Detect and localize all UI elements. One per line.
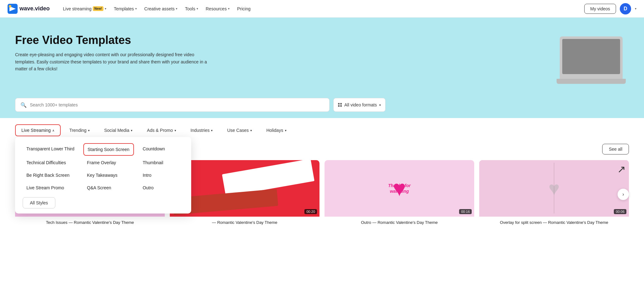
tab-trending-label: Trending: [69, 128, 86, 133]
tab-social-media-label: Social Media: [104, 128, 129, 133]
tab-holidays-label: Holidays: [266, 128, 283, 133]
hero-image: [547, 30, 629, 93]
next-button[interactable]: ›: [618, 189, 629, 200]
tab-trending-chevron-icon: ▾: [88, 129, 90, 132]
laptop-screen: [562, 39, 620, 74]
tab-ads-promo-label: Ads & Promo: [147, 128, 173, 133]
card-red-theme[interactable]: 00:20 — Romantic Valentine's Day Theme: [170, 160, 319, 229]
nav-chevron-livestreaming: ▾: [105, 7, 106, 10]
card-overlay[interactable]: ♥ ↗ 00:06 Overlay for split screen — Rom…: [479, 160, 629, 229]
nav-chevron-templates: ▾: [135, 7, 137, 10]
filter-row: Live Streaming ∧ Transparent Lower Third…: [0, 118, 644, 136]
dropdown-item-qa-screen[interactable]: Q&A Screen: [83, 182, 134, 193]
dropdown-item-key-takeaways[interactable]: Key Takeaways: [83, 170, 134, 181]
nav-label-resources: Resources: [206, 6, 227, 11]
tab-use-cases-chevron-icon: ▾: [250, 129, 252, 132]
card-red-theme-thumbnail: 00:20: [170, 160, 319, 217]
nav-chevron-tools: ▾: [197, 7, 198, 10]
nav-item-tools[interactable]: Tools ▾: [182, 4, 201, 13]
avatar-chevron-icon[interactable]: ▾: [635, 7, 636, 10]
nav-item-livestreaming[interactable]: Live streaming New! ▾: [60, 4, 109, 13]
tab-industries-chevron-icon: ▾: [211, 129, 213, 132]
my-videos-button[interactable]: My videos: [584, 4, 616, 14]
card-red-title: — Romantic Valentine's Day Theme: [170, 217, 319, 229]
svg-point-2: [9, 5, 11, 8]
tab-trending[interactable]: Trending ▾: [63, 125, 96, 136]
nav-label-creative-assets: Creative assets: [144, 6, 175, 11]
grid-icon: [338, 103, 342, 107]
tab-holidays-chevron-icon: ▾: [285, 129, 286, 132]
laptop-illustration: [560, 36, 623, 80]
nav-right: My videos D ▾: [584, 3, 636, 14]
dropdown-item-transparent-lower-third[interactable]: Transparent Lower Third: [23, 143, 78, 156]
avatar[interactable]: D: [620, 3, 631, 14]
card-outro-duration: 00:16: [459, 209, 472, 214]
dropdown-item-live-stream-promo[interactable]: Live Stream Promo: [23, 182, 78, 193]
hero-description: Create eye-pleasing and engaging video c…: [15, 51, 210, 72]
nav-label-tools: Tools: [185, 6, 195, 11]
card-tech-issues-title: Tech Issues — Romantic Valentine's Day T…: [15, 217, 165, 229]
all-styles-button[interactable]: All Styles: [23, 197, 55, 208]
dropdown-item-countdown[interactable]: Countdown: [139, 143, 184, 156]
live-streaming-tab-container: Live Streaming ∧ Transparent Lower Third…: [15, 124, 61, 136]
tab-social-media[interactable]: Social Media ▾: [98, 125, 138, 136]
tab-live-streaming-chevron-icon: ∧: [52, 129, 54, 132]
see-all-button[interactable]: See all: [602, 144, 629, 154]
nav-item-templates[interactable]: Templates ▾: [111, 4, 140, 13]
nav-item-resources[interactable]: Resources ▾: [203, 4, 233, 13]
format-chevron-icon: ▾: [379, 103, 381, 107]
hero-section: Free Video Templates Create eye-pleasing…: [0, 18, 644, 93]
logo-text: wave.video: [19, 5, 50, 12]
card-overlay-duration: 00:06: [614, 209, 626, 214]
card-overlay-thumbnail: ♥ ↗ 00:06: [479, 160, 629, 217]
dropdown-item-frame-overlay[interactable]: Frame Overlay: [83, 157, 134, 168]
laptop-base: [557, 79, 626, 84]
live-streaming-dropdown: Transparent Lower Third Starting Soon Sc…: [15, 137, 191, 213]
dropdown-item-be-right-back[interactable]: Be Right Back Screen: [23, 170, 78, 181]
search-bar: 🔍: [15, 98, 330, 112]
navbar: wave.video Live streaming New! ▾ Templat…: [0, 0, 644, 18]
tab-use-cases[interactable]: Use Cases ▾: [221, 125, 258, 136]
nav-label-templates: Templates: [114, 6, 134, 11]
tab-live-streaming-label: Live Streaming: [21, 128, 51, 133]
search-icon: 🔍: [20, 102, 27, 108]
nav-item-pricing[interactable]: Pricing: [234, 4, 254, 13]
nav-label-livestreaming: Live streaming: [63, 6, 92, 11]
nav-label-pricing: Pricing: [237, 6, 251, 11]
search-input[interactable]: [30, 102, 324, 107]
logo[interactable]: wave.video: [8, 4, 50, 14]
tab-use-cases-label: Use Cases: [227, 128, 248, 133]
dropdown-item-intro[interactable]: Intro: [139, 170, 184, 181]
hero-content: Free Video Templates Create eye-pleasing…: [15, 30, 210, 72]
card-red-duration: 00:20: [304, 209, 317, 214]
card-outro-title: Outro — Romantic Valentine's Day Theme: [325, 217, 474, 229]
nav-links: Live streaming New! ▾ Templates ▾ Creati…: [60, 4, 584, 13]
tab-industries[interactable]: Industries ▾: [185, 125, 219, 136]
logo-icon: [8, 4, 18, 14]
tab-social-media-chevron-icon: ▾: [131, 129, 132, 132]
tab-industries-label: Industries: [191, 128, 210, 133]
search-bar-section: 🔍 All video formats ▾: [0, 93, 644, 118]
dropdown-item-outro[interactable]: Outro: [139, 182, 184, 193]
tab-ads-promo-chevron-icon: ▾: [175, 129, 176, 132]
nav-item-creative-assets[interactable]: Creative assets ▾: [141, 4, 180, 13]
format-selector[interactable]: All video formats ▾: [333, 98, 386, 112]
format-label: All video formats: [344, 102, 377, 107]
card-outro-thumbnail: ♥ Thanks for watching 00:16: [325, 160, 474, 217]
tab-ads-promo[interactable]: Ads & Promo ▾: [141, 125, 182, 136]
nav-badge-new: New!: [93, 6, 103, 11]
tab-live-streaming[interactable]: Live Streaming ∧: [15, 124, 61, 136]
nav-chevron-creative: ▾: [176, 7, 177, 10]
hero-title: Free Video Templates: [15, 33, 210, 47]
dropdown-item-thumbnail[interactable]: Thumbnail: [139, 157, 184, 168]
dropdown-item-starting-soon-screen[interactable]: Starting Soon Screen: [83, 143, 134, 156]
dropdown-all-styles-row: All Styles: [23, 197, 184, 208]
filter-tabs-container: Live Streaming ∧ Transparent Lower Third…: [15, 118, 629, 136]
nav-chevron-resources: ▾: [228, 7, 230, 10]
card-overlay-title: Overlay for split screen — Romantic Vale…: [479, 217, 629, 229]
card-outro[interactable]: ♥ Thanks for watching 00:16 Outro — Roma…: [325, 160, 474, 229]
dropdown-item-technical-difficulties[interactable]: Technical Difficulties: [23, 157, 78, 168]
tab-holidays[interactable]: Holidays ▾: [260, 125, 292, 136]
